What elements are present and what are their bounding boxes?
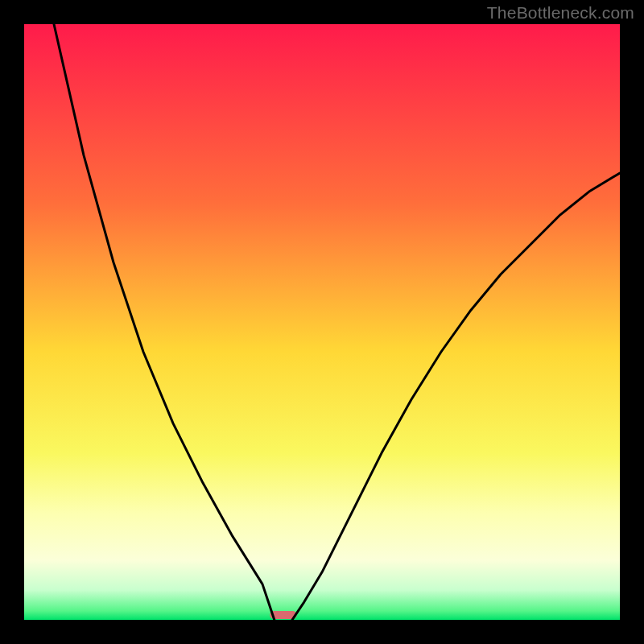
bottleneck-chart	[24, 24, 620, 620]
watermark-text: TheBottleneck.com	[487, 3, 634, 23]
gradient-background	[24, 24, 620, 620]
chart-frame: TheBottleneck.com	[0, 0, 644, 644]
